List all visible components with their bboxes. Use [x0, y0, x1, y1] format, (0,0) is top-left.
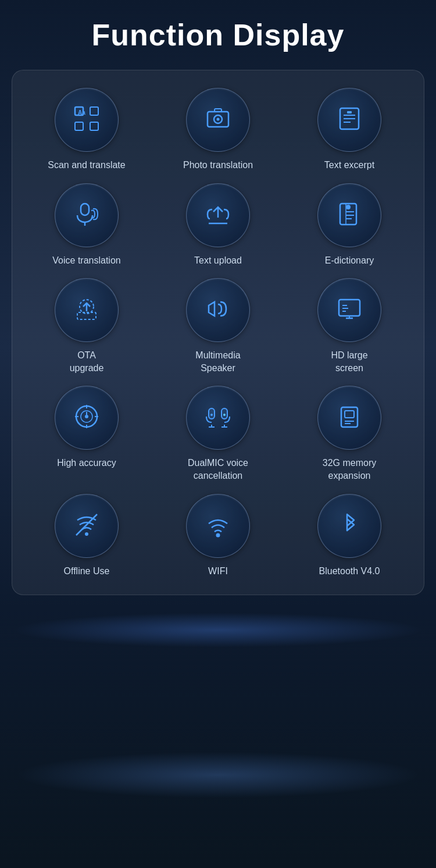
bluetooth-icon [334, 510, 364, 542]
feature-item-photo-translation: Photo translation [155, 88, 281, 172]
scan-icon: Aa [72, 104, 102, 136]
photo-icon [203, 104, 233, 136]
svg-point-8 [217, 118, 220, 121]
svg-point-37 [85, 415, 88, 418]
svg-rect-48 [345, 411, 354, 418]
icon-circle-e-dictionary [317, 183, 381, 247]
icon-circle-bluetooth [317, 494, 381, 558]
wifi-icon [203, 510, 233, 542]
feature-label-hd-screen: HD largescreen [331, 349, 367, 374]
memory-icon [334, 401, 364, 434]
feature-grid: Aa Scan and translate Photo translation … [24, 88, 412, 577]
feature-label-dual-mic: DualMIC voicecancellation [188, 457, 248, 482]
icon-circle-offline-use [55, 494, 119, 558]
feature-item-e-dictionary: E-dictionary [287, 183, 412, 267]
feature-item-offline-use: Offline Use [24, 494, 149, 578]
svg-rect-4 [90, 122, 98, 130]
svg-point-53 [216, 533, 220, 537]
icon-circle-multimedia-speaker [186, 278, 250, 342]
feature-label-scan-translate: Scan and translate [48, 159, 125, 172]
feature-item-hd-screen: HD largescreen [287, 278, 412, 374]
feature-item-voice-translation: Voice translation [24, 183, 149, 267]
icon-circle-wifi [186, 494, 250, 558]
feature-item-scan-translate: Aa Scan and translate [24, 88, 149, 172]
feature-item-high-accuracy: High accuracy [24, 386, 149, 482]
bottom-glow [12, 613, 424, 648]
svg-rect-14 [81, 204, 89, 215]
offline-icon [72, 510, 102, 542]
feature-label-high-accuracy: High accuracy [57, 457, 116, 469]
speaker-icon [203, 294, 233, 326]
svg-point-45 [210, 414, 213, 416]
icon-circle-photo-translation [186, 88, 250, 152]
feature-item-multimedia-speaker: MultimediaSpeaker [155, 278, 281, 374]
icon-circle-text-excerpt [317, 88, 381, 152]
feature-label-text-excerpt: Text excerpt [324, 159, 374, 172]
feature-label-voice-translation: Voice translation [52, 254, 120, 267]
feature-label-memory-expansion: 32G memoryexpansion [323, 457, 376, 482]
ota-icon [72, 294, 102, 326]
feature-item-wifi: WIFI [155, 494, 281, 578]
feature-item-memory-expansion: 32G memoryexpansion [287, 386, 412, 482]
icon-circle-ota-upgrade [55, 278, 119, 342]
feature-label-e-dictionary: E-dictionary [325, 254, 374, 267]
text-excerpt-icon [334, 104, 364, 136]
icon-circle-voice-translation [55, 183, 119, 247]
feature-label-text-upload: Text upload [194, 254, 242, 267]
mic-icon [203, 401, 233, 434]
icon-circle-text-upload [186, 183, 250, 247]
svg-point-46 [223, 414, 226, 416]
svg-rect-2 [90, 107, 98, 115]
accuracy-icon [72, 401, 102, 434]
upload-icon [203, 199, 233, 232]
feature-item-bluetooth: Bluetooth V4.0 [287, 494, 412, 578]
voice-icon [72, 199, 102, 232]
svg-rect-13 [347, 111, 352, 113]
icon-circle-dual-mic [186, 386, 250, 450]
svg-rect-22 [77, 312, 96, 319]
screen-icon [334, 294, 364, 326]
feature-label-wifi: WIFI [208, 565, 228, 578]
feature-item-ota-upgrade: OTAupgrade [24, 278, 149, 374]
feature-item-text-upload: Text upload [155, 183, 281, 267]
svg-rect-25 [339, 300, 360, 316]
feature-item-text-excerpt: Text excerpt [287, 88, 412, 172]
feature-label-photo-translation: Photo translation [183, 159, 253, 172]
icon-circle-hd-screen [317, 278, 381, 342]
svg-point-18 [346, 205, 351, 209]
icon-circle-high-accuracy [55, 386, 119, 450]
icon-circle-scan-translate: Aa [55, 88, 119, 152]
feature-item-dual-mic: DualMIC voicecancellation [155, 386, 281, 482]
icon-circle-memory-expansion [317, 386, 381, 450]
feature-label-multimedia-speaker: MultimediaSpeaker [195, 349, 240, 374]
feature-label-offline-use: Offline Use [64, 565, 110, 578]
svg-rect-3 [75, 122, 83, 130]
feature-label-ota-upgrade: OTAupgrade [70, 349, 104, 374]
svg-text:Aa: Aa [78, 109, 85, 116]
svg-rect-7 [215, 109, 221, 112]
dictionary-icon [334, 199, 364, 232]
page-title: Function Display [92, 17, 345, 52]
feature-label-bluetooth: Bluetooth V4.0 [319, 565, 380, 578]
feature-grid-container: Aa Scan and translate Photo translation … [12, 70, 424, 595]
svg-point-51 [85, 532, 88, 536]
